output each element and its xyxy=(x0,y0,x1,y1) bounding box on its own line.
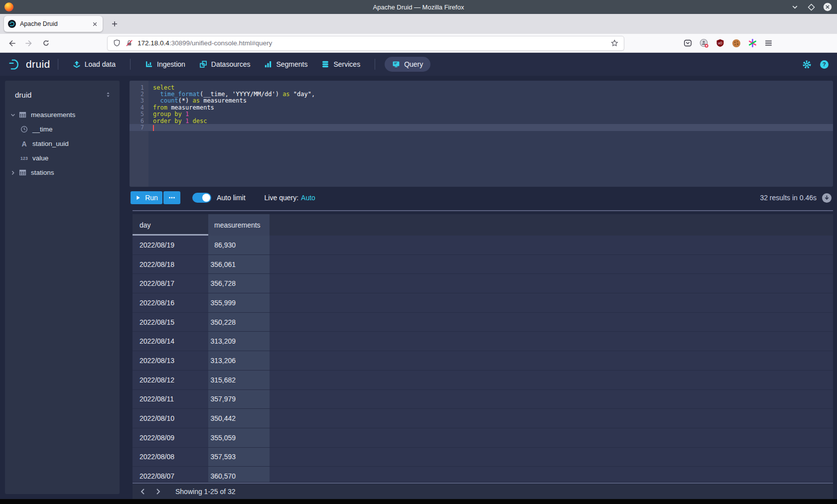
cell-measurements[interactable]: 86,930 xyxy=(208,236,270,255)
run-button[interactable]: Run xyxy=(131,191,162,204)
table-row: 2022/08/13313,206 xyxy=(133,351,833,371)
query-editor[interactable]: 1select2 time_format(__time, 'YYYY/MM/dd… xyxy=(130,81,833,187)
tree-item--time[interactable]: __time xyxy=(5,122,120,136)
nav-item-query[interactable]: Query xyxy=(385,57,430,72)
tracking-shield-icon[interactable] xyxy=(113,39,121,47)
cell-measurements[interactable]: 355,059 xyxy=(208,428,270,448)
cell-day[interactable]: 2022/08/19 xyxy=(133,236,208,255)
reload-icon[interactable] xyxy=(39,36,53,50)
chevron-right-icon[interactable] xyxy=(9,170,16,176)
cell-measurements[interactable]: 350,228 xyxy=(208,313,270,332)
cell-day[interactable]: 2022/08/10 xyxy=(133,409,208,428)
cookie-extension-icon[interactable] xyxy=(731,38,741,48)
minimize-icon[interactable] xyxy=(790,2,799,11)
column-header-day[interactable]: day xyxy=(133,214,208,236)
browser-toolbar: 172.18.0.4:30899/unified-console.html#qu… xyxy=(0,34,837,53)
line-number: 7 xyxy=(130,124,148,131)
run-more-button[interactable] xyxy=(163,191,180,204)
cell-measurements[interactable]: 360,570 xyxy=(208,467,270,482)
tree-item-measurements[interactable]: measurements xyxy=(5,108,120,122)
tab-close-icon[interactable] xyxy=(91,20,99,28)
prev-page-icon[interactable] xyxy=(136,484,150,499)
maximize-icon[interactable] xyxy=(807,2,816,11)
forward-icon[interactable] xyxy=(22,36,36,50)
navbar-right: ? xyxy=(802,60,829,69)
pocket-icon[interactable] xyxy=(683,38,693,48)
line-code xyxy=(148,124,154,131)
tree-item-stations[interactable]: stations xyxy=(5,165,120,180)
live-query-value[interactable]: Auto xyxy=(301,194,315,202)
settings-gear-icon[interactable] xyxy=(802,60,812,69)
cell-measurements[interactable]: 356,728 xyxy=(208,274,270,293)
load-data-icon xyxy=(73,60,81,68)
run-bar: Run Auto limit Live query: Auto 32 resul… xyxy=(131,191,832,204)
cell-measurements[interactable]: 315,682 xyxy=(208,371,270,390)
schema-sidebar: druid measurements__timeAstation_uuid123… xyxy=(5,81,120,494)
cell-day[interactable]: 2022/08/09 xyxy=(133,428,208,448)
cell-day[interactable]: 2022/08/12 xyxy=(133,371,208,390)
line-code: count(*) as measurements xyxy=(148,97,247,104)
tab-bar: Apache Druid xyxy=(0,14,837,34)
query-view: druid measurements__timeAstation_uuid123… xyxy=(0,76,837,499)
nav-item-services[interactable]: Services xyxy=(321,53,360,76)
nav-divider xyxy=(375,59,375,70)
column-header-measurements[interactable]: measurements xyxy=(208,214,270,236)
url-host: 172.18.0.4 xyxy=(138,39,169,47)
nav-item-ingestion[interactable]: Ingestion xyxy=(145,53,185,76)
line-number: 2 xyxy=(130,91,148,98)
back-icon[interactable] xyxy=(5,36,19,50)
nav-item-segments[interactable]: Segments xyxy=(264,53,307,76)
toolbar-extensions: uO xyxy=(683,38,773,48)
cell-measurements[interactable]: 313,209 xyxy=(208,332,270,351)
cell-day[interactable]: 2022/08/18 xyxy=(133,255,208,274)
tree-item-label: __time xyxy=(32,126,53,133)
close-icon[interactable] xyxy=(823,2,832,11)
nav-item-load-data[interactable]: Load data xyxy=(73,53,116,76)
cell-measurements[interactable]: 355,999 xyxy=(208,293,270,313)
download-results-icon[interactable] xyxy=(822,193,832,203)
bookmark-star-icon[interactable] xyxy=(610,39,619,47)
schema-select-caret-icon[interactable] xyxy=(105,91,112,98)
browser-tab[interactable]: Apache Druid xyxy=(4,16,103,32)
cell-day[interactable]: 2022/08/17 xyxy=(133,274,208,293)
table-row: 2022/08/15350,228 xyxy=(133,313,833,332)
tree-item-value[interactable]: 123value xyxy=(5,151,120,165)
url-text[interactable]: 172.18.0.4:30899/unified-console.html#qu… xyxy=(138,39,606,47)
url-bar[interactable]: 172.18.0.4:30899/unified-console.html#qu… xyxy=(107,36,624,51)
url-path: :30899/unified-console.html#query xyxy=(169,39,272,47)
cell-measurements[interactable]: 357,979 xyxy=(208,390,270,409)
cell-day[interactable]: 2022/08/16 xyxy=(133,293,208,313)
row-filler xyxy=(270,255,833,274)
insecure-lock-icon[interactable] xyxy=(125,39,134,47)
menu-hamburger-icon[interactable] xyxy=(764,38,773,48)
nav-divider xyxy=(130,59,131,70)
table-row: 2022/08/1986,930 xyxy=(133,236,833,255)
table-row: 2022/08/11357,979 xyxy=(133,390,833,409)
next-page-icon[interactable] xyxy=(150,484,165,499)
tree-item-label: station_uuid xyxy=(32,140,69,147)
cell-measurements[interactable]: 313,206 xyxy=(208,351,270,371)
help-icon[interactable]: ? xyxy=(820,60,829,69)
line-number: 5 xyxy=(130,111,148,118)
ublock-origin-icon[interactable]: uO xyxy=(715,38,725,48)
chevron-down-icon[interactable] xyxy=(9,112,16,118)
nav-item-datasources[interactable]: Datasources xyxy=(199,53,251,76)
cell-day[interactable]: 2022/08/14 xyxy=(133,332,208,351)
extension-disabled-icon[interactable] xyxy=(699,38,709,48)
druid-logo-icon xyxy=(8,58,21,71)
row-filler xyxy=(270,293,833,313)
cell-day[interactable]: 2022/08/08 xyxy=(133,448,208,467)
cell-measurements[interactable]: 357,593 xyxy=(208,448,270,467)
cell-day[interactable]: 2022/08/07 xyxy=(133,467,208,482)
cell-day[interactable]: 2022/08/13 xyxy=(133,351,208,371)
cell-measurements[interactable]: 350,442 xyxy=(208,409,270,428)
cell-day[interactable]: 2022/08/11 xyxy=(133,390,208,409)
new-tab-button[interactable] xyxy=(108,17,122,31)
schema-selector[interactable]: druid xyxy=(5,84,120,106)
cell-measurements[interactable]: 356,061 xyxy=(208,255,270,274)
tree-item-station-uuid[interactable]: Astation_uuid xyxy=(5,136,120,151)
schema-name: druid xyxy=(15,91,31,99)
asterisk-extension-icon[interactable] xyxy=(748,38,757,48)
cell-day[interactable]: 2022/08/15 xyxy=(133,313,208,332)
auto-limit-toggle[interactable] xyxy=(192,193,211,203)
